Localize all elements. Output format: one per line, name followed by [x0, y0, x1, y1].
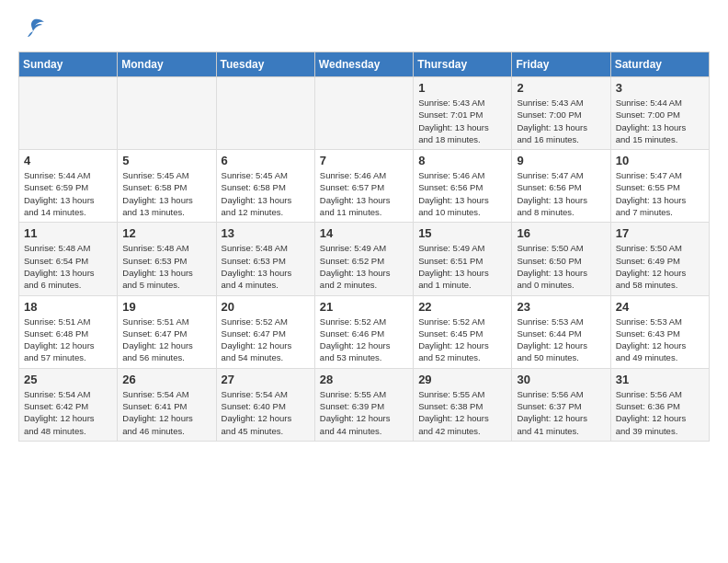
day-number: 6: [222, 154, 310, 167]
calendar-cell: 16Sunrise: 5:50 AM Sunset: 6:50 PM Dayli…: [512, 223, 610, 295]
calendar-cell: 25Sunrise: 5:54 AM Sunset: 6:42 PM Dayli…: [19, 368, 118, 441]
day-info: Sunrise: 5:48 AM Sunset: 6:53 PM Dayligh…: [222, 242, 310, 291]
calendar-cell: 18Sunrise: 5:51 AM Sunset: 6:48 PM Dayli…: [19, 295, 118, 368]
day-info: Sunrise: 5:43 AM Sunset: 7:00 PM Dayligh…: [517, 97, 605, 145]
calendar-cell: 4Sunrise: 5:44 AM Sunset: 6:59 PM Daylig…: [19, 150, 118, 223]
calendar-cell: 7Sunrise: 5:46 AM Sunset: 6:57 PM Daylig…: [314, 150, 413, 223]
day-number: 7: [320, 154, 408, 167]
calendar-cell: 14Sunrise: 5:49 AM Sunset: 6:52 PM Dayli…: [314, 223, 413, 295]
header-monday: Monday: [118, 52, 216, 77]
day-info: Sunrise: 5:48 AM Sunset: 6:54 PM Dayligh…: [24, 242, 112, 291]
calendar-week-row: 11Sunrise: 5:48 AM Sunset: 6:54 PM Dayli…: [19, 223, 710, 295]
calendar-cell: 22Sunrise: 5:52 AM Sunset: 6:45 PM Dayli…: [414, 295, 512, 368]
day-info: Sunrise: 5:52 AM Sunset: 6:47 PM Dayligh…: [222, 316, 310, 364]
day-info: Sunrise: 5:49 AM Sunset: 6:51 PM Dayligh…: [418, 242, 506, 291]
day-number: 27: [222, 373, 310, 386]
day-info: Sunrise: 5:45 AM Sunset: 6:58 PM Dayligh…: [122, 169, 210, 218]
page-header: [18, 18, 710, 42]
day-info: Sunrise: 5:50 AM Sunset: 6:49 PM Dayligh…: [616, 242, 704, 291]
day-number: 17: [616, 226, 704, 240]
calendar-cell: 2Sunrise: 5:43 AM Sunset: 7:00 PM Daylig…: [512, 77, 610, 150]
day-number: 18: [24, 300, 112, 314]
calendar-cell: 26Sunrise: 5:54 AM Sunset: 6:41 PM Dayli…: [118, 368, 216, 441]
calendar-cell: 12Sunrise: 5:48 AM Sunset: 6:53 PM Dayli…: [118, 223, 216, 295]
calendar-cell: 20Sunrise: 5:52 AM Sunset: 6:47 PM Dayli…: [216, 295, 314, 368]
logo: [18, 18, 46, 42]
day-info: Sunrise: 5:51 AM Sunset: 6:48 PM Dayligh…: [24, 316, 112, 364]
day-number: 16: [517, 226, 605, 240]
day-number: 14: [320, 226, 408, 240]
calendar-table: SundayMondayTuesdayWednesdayThursdayFrid…: [18, 52, 710, 442]
day-number: 12: [122, 226, 210, 240]
calendar-cell: 9Sunrise: 5:47 AM Sunset: 6:56 PM Daylig…: [512, 150, 610, 223]
day-info: Sunrise: 5:52 AM Sunset: 6:45 PM Dayligh…: [418, 316, 506, 364]
calendar-cell: 15Sunrise: 5:49 AM Sunset: 6:51 PM Dayli…: [414, 223, 512, 295]
day-number: 19: [122, 300, 210, 314]
calendar-week-row: 18Sunrise: 5:51 AM Sunset: 6:48 PM Dayli…: [19, 295, 710, 368]
day-number: 20: [222, 300, 310, 314]
day-number: 29: [418, 373, 506, 386]
day-number: 31: [616, 373, 704, 386]
calendar-week-row: 1Sunrise: 5:43 AM Sunset: 7:01 PM Daylig…: [19, 77, 710, 150]
day-info: Sunrise: 5:53 AM Sunset: 6:43 PM Dayligh…: [616, 316, 704, 364]
calendar-cell: [216, 77, 314, 150]
day-info: Sunrise: 5:49 AM Sunset: 6:52 PM Dayligh…: [320, 242, 408, 291]
day-info: Sunrise: 5:46 AM Sunset: 6:57 PM Dayligh…: [320, 169, 408, 218]
day-number: 30: [517, 373, 605, 386]
header-thursday: Thursday: [414, 52, 512, 77]
day-info: Sunrise: 5:45 AM Sunset: 6:58 PM Dayligh…: [222, 169, 310, 218]
day-number: 10: [616, 154, 704, 167]
day-info: Sunrise: 5:47 AM Sunset: 6:56 PM Dayligh…: [517, 169, 605, 218]
day-number: 25: [24, 373, 112, 386]
calendar-cell: 6Sunrise: 5:45 AM Sunset: 6:58 PM Daylig…: [216, 150, 314, 223]
day-info: Sunrise: 5:52 AM Sunset: 6:46 PM Dayligh…: [320, 316, 408, 364]
day-number: 22: [418, 300, 506, 314]
day-number: 9: [517, 154, 605, 167]
calendar-cell: 27Sunrise: 5:54 AM Sunset: 6:40 PM Dayli…: [216, 368, 314, 441]
calendar-cell: 23Sunrise: 5:53 AM Sunset: 6:44 PM Dayli…: [512, 295, 610, 368]
calendar-cell: [314, 77, 413, 150]
header-friday: Friday: [512, 52, 610, 77]
day-info: Sunrise: 5:56 AM Sunset: 6:37 PM Dayligh…: [517, 388, 605, 437]
calendar-cell: 11Sunrise: 5:48 AM Sunset: 6:54 PM Dayli…: [19, 223, 118, 295]
calendar-cell: 1Sunrise: 5:43 AM Sunset: 7:01 PM Daylig…: [414, 77, 512, 150]
day-number: 21: [320, 300, 408, 314]
day-info: Sunrise: 5:44 AM Sunset: 7:00 PM Dayligh…: [616, 97, 704, 145]
day-info: Sunrise: 5:54 AM Sunset: 6:42 PM Dayligh…: [24, 388, 112, 437]
calendar-cell: [118, 77, 216, 150]
day-number: 15: [418, 226, 506, 240]
calendar-cell: 29Sunrise: 5:55 AM Sunset: 6:38 PM Dayli…: [414, 368, 512, 441]
day-info: Sunrise: 5:48 AM Sunset: 6:53 PM Dayligh…: [122, 242, 210, 291]
day-number: 4: [24, 154, 112, 167]
day-number: 8: [418, 154, 506, 167]
calendar-week-row: 25Sunrise: 5:54 AM Sunset: 6:42 PM Dayli…: [19, 368, 710, 441]
day-info: Sunrise: 5:47 AM Sunset: 6:55 PM Dayligh…: [616, 169, 704, 218]
calendar-cell: 13Sunrise: 5:48 AM Sunset: 6:53 PM Dayli…: [216, 223, 314, 295]
calendar-header-row: SundayMondayTuesdayWednesdayThursdayFrid…: [19, 52, 710, 77]
day-info: Sunrise: 5:46 AM Sunset: 6:56 PM Dayligh…: [418, 169, 506, 218]
calendar-cell: 5Sunrise: 5:45 AM Sunset: 6:58 PM Daylig…: [118, 150, 216, 223]
day-number: 23: [517, 300, 605, 314]
day-info: Sunrise: 5:51 AM Sunset: 6:47 PM Dayligh…: [122, 316, 210, 364]
day-info: Sunrise: 5:50 AM Sunset: 6:50 PM Dayligh…: [517, 242, 605, 291]
day-info: Sunrise: 5:54 AM Sunset: 6:41 PM Dayligh…: [122, 388, 210, 437]
header-wednesday: Wednesday: [314, 52, 413, 77]
day-info: Sunrise: 5:55 AM Sunset: 6:38 PM Dayligh…: [418, 388, 506, 437]
day-number: 1: [418, 81, 506, 95]
calendar-cell: 24Sunrise: 5:53 AM Sunset: 6:43 PM Dayli…: [610, 295, 709, 368]
calendar-cell: 31Sunrise: 5:56 AM Sunset: 6:36 PM Dayli…: [610, 368, 709, 441]
logo-bird-icon: [20, 18, 46, 42]
calendar-cell: 28Sunrise: 5:55 AM Sunset: 6:39 PM Dayli…: [314, 368, 413, 441]
day-number: 11: [24, 226, 112, 240]
day-number: 26: [122, 373, 210, 386]
day-info: Sunrise: 5:53 AM Sunset: 6:44 PM Dayligh…: [517, 316, 605, 364]
day-info: Sunrise: 5:43 AM Sunset: 7:01 PM Dayligh…: [418, 97, 506, 145]
day-number: 2: [517, 81, 605, 95]
header-tuesday: Tuesday: [216, 52, 314, 77]
day-info: Sunrise: 5:55 AM Sunset: 6:39 PM Dayligh…: [320, 388, 408, 437]
calendar-cell: [19, 77, 118, 150]
header-saturday: Saturday: [610, 52, 709, 77]
calendar-cell: 3Sunrise: 5:44 AM Sunset: 7:00 PM Daylig…: [610, 77, 709, 150]
day-number: 28: [320, 373, 408, 386]
calendar-cell: 17Sunrise: 5:50 AM Sunset: 6:49 PM Dayli…: [610, 223, 709, 295]
